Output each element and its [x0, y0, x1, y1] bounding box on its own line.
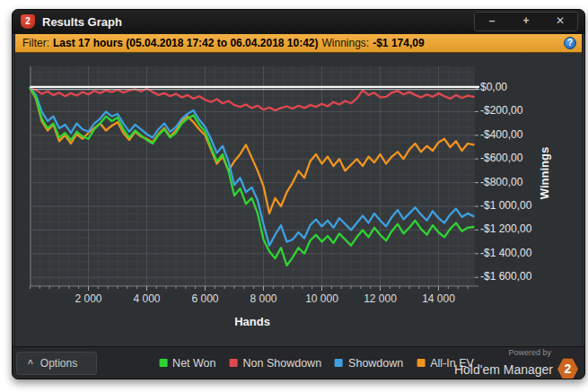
legend-swatch — [417, 359, 425, 367]
y-axis-title: Winnings — [538, 147, 551, 199]
filter-bar[interactable]: Filter:Last 17 hours (05.04.2018 17:42 t… — [15, 34, 582, 53]
minimize-button[interactable]: – — [475, 13, 509, 30]
chart-region: $0,00-$200,00-$400,00-$600,00-$800,00-$1… — [15, 53, 582, 347]
chevron-up-icon: ^ — [28, 359, 33, 369]
legend-item-showdown: Showdown — [335, 357, 403, 370]
x-tick-label: 8 000 — [250, 292, 276, 305]
winnings-value: -$1 174,09 — [373, 37, 424, 49]
y-tick-label: -$800,00 — [480, 176, 522, 188]
hm2-app-icon: 2 — [21, 14, 35, 29]
filter-range: Last 17 hours (05.04.2018 17:42 to 06.04… — [53, 37, 319, 49]
window-controls: – + ✕ — [474, 12, 578, 31]
results-chart — [26, 62, 486, 297]
legend-label: Showdown — [348, 357, 403, 370]
legend-label: Net Won — [172, 357, 215, 370]
options-button[interactable]: ^ Options — [16, 352, 97, 375]
legend-item-net-won: Net Won — [159, 357, 215, 370]
legend-swatch — [335, 359, 343, 367]
winnings-label: Winnings: — [322, 37, 370, 49]
y-tick-label: -$400,00 — [480, 128, 522, 141]
hm2-brand-icon: 2 — [557, 358, 578, 379]
x-tick-label: 2 000 — [75, 292, 101, 305]
x-tick-label: 4 000 — [133, 292, 160, 305]
legend-item-non-showdown: Non Showdown — [230, 357, 322, 370]
x-tick-label: 6 000 — [191, 292, 218, 305]
chart-legend: Net WonNon ShowdownShowdownAll-In EV — [159, 347, 474, 379]
legend-swatch — [230, 359, 238, 367]
results-graph-window: 2 Results Graph – + ✕ Filter:Last 17 hou… — [12, 9, 585, 379]
y-tick-label: $0,00 — [480, 81, 507, 93]
close-button[interactable]: ✕ — [543, 13, 577, 30]
x-axis-title: Hands — [234, 315, 270, 328]
help-icon[interactable]: ? — [564, 37, 576, 49]
y-tick-label: -$600,00 — [480, 152, 522, 164]
legend-swatch — [159, 359, 167, 367]
legend-label: Non Showdown — [243, 357, 322, 370]
powered-by-text: Powered by — [454, 348, 551, 358]
y-tick-label: -$1 000,00 — [480, 199, 531, 212]
window-title: Results Graph — [42, 15, 122, 29]
x-tick-label: 10 000 — [305, 292, 338, 305]
brand-name: Hold'em Manager — [454, 361, 553, 379]
y-tick-label: -$1 400,00 — [480, 247, 531, 259]
x-tick-label: 14 000 — [422, 292, 455, 305]
title-bar[interactable]: 2 Results Graph – + ✕ — [13, 10, 584, 34]
y-tick-label: -$200,00 — [480, 104, 522, 117]
x-tick-label: 12 000 — [364, 292, 397, 305]
y-tick-label: -$1 600,00 — [480, 270, 531, 283]
y-tick-label: -$1 200,00 — [480, 222, 531, 235]
options-label: Options — [40, 357, 77, 370]
bottom-bar: ^ Options Net WonNon ShowdownShowdownAll… — [13, 346, 584, 379]
maximize-button[interactable]: + — [509, 13, 543, 30]
filter-label: Filter: — [22, 37, 49, 49]
powered-by-block: Powered by Hold'em Manager 2 — [454, 348, 578, 379]
